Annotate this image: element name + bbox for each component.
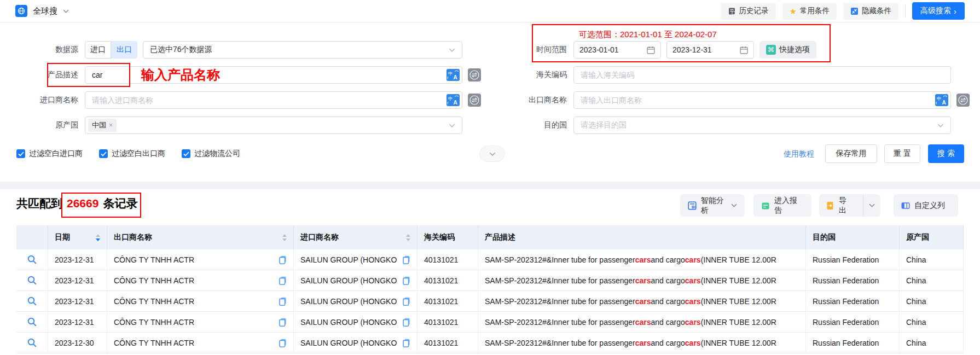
exporter-name: CÔNG TY TNHH ACTR (114, 318, 194, 327)
export-toggle[interactable]: 出口 (111, 41, 137, 59)
translate-icon[interactable]: 中A (446, 94, 460, 106)
copy-icon[interactable] (403, 297, 410, 306)
page: 全球搜 历史记录 ★ 常用条件 隐藏条件 (0, 0, 980, 355)
importer-row: 进口商名称 中A (0, 91, 481, 109)
desc-text: (INNER TUBE 12.00R (701, 339, 776, 347)
importer-input[interactable] (85, 91, 462, 109)
dest-country-placeholder: 请选择目的国 (581, 120, 627, 130)
start-date-input[interactable]: 2023-01-01 (573, 41, 661, 59)
importer-name: SAILUN GROUP (HONGKO (300, 339, 397, 347)
history-button[interactable]: 历史记录 (721, 3, 776, 20)
desc-text: SAM-SP-202312#&Inner tube for passenger (485, 318, 635, 327)
table-row: 2023-12-30 CÔNG TY TNHH ACTR SAILUN GROU… (16, 333, 964, 353)
ai-analysis-label: 智能分析 (701, 196, 727, 216)
product-desc-cell: SAM-SP-202312#&Inner tube for passenger … (478, 312, 806, 332)
chevron-down-icon[interactable] (63, 9, 69, 13)
chevron-down-icon (937, 124, 944, 127)
desc-text: and cargo (651, 255, 685, 264)
hs-code-cell: 40131021 (417, 312, 478, 332)
save-conditions-button[interactable]: 保存常用 (825, 144, 877, 163)
copy-icon[interactable] (403, 255, 410, 264)
desc-text: SAM-SP-202312#&Inner tube for passenger (485, 297, 635, 306)
arrow-right-icon: › (954, 7, 956, 16)
copy-icon[interactable] (279, 276, 287, 285)
header-destination: 目的国 (806, 225, 900, 249)
exporter-name: CÔNG TY TNHH ACTR (114, 339, 194, 347)
product-desc-cell: SAM-SP-202312#&Inner tube for passenger … (478, 291, 806, 311)
keyword-highlight: cars (635, 297, 651, 306)
collapse-form-button[interactable] (479, 146, 505, 162)
quick-options-button[interactable]: ⌘ 快捷选项 (759, 41, 816, 59)
close-icon[interactable]: × (109, 121, 113, 129)
origin-cell: China (900, 312, 964, 332)
translate-icon[interactable]: 中A (935, 94, 948, 106)
copy-icon[interactable] (403, 318, 410, 327)
row-detail-cell (16, 291, 48, 311)
copy-icon[interactable] (279, 297, 287, 306)
copy-icon[interactable] (403, 276, 410, 285)
search-button[interactable]: 搜 索 (928, 144, 964, 163)
time-range-label: 时间范围 (492, 45, 573, 55)
magnifier-icon[interactable] (27, 317, 37, 327)
enter-report-button[interactable]: 进入报告 (753, 194, 811, 217)
import-toggle[interactable]: 进口 (85, 41, 111, 59)
keyword-highlight: cars (635, 339, 651, 347)
sort-icon[interactable] (278, 234, 287, 241)
copy-icon[interactable] (279, 255, 287, 264)
header-importer[interactable]: 进口商名称 (294, 225, 417, 249)
sort-icon[interactable] (91, 234, 100, 241)
copy-icon[interactable] (279, 339, 287, 347)
export-button-group: 导出 (819, 194, 880, 217)
copy-icon[interactable] (403, 339, 410, 347)
magnifier-icon[interactable] (27, 337, 37, 348)
hs-code-input[interactable] (573, 66, 951, 84)
filter-logistics-checkbox[interactable]: 过滤物流公司 (182, 149, 240, 159)
date-cell: 2023-12-31 (48, 291, 107, 311)
magnifier-icon[interactable] (27, 275, 37, 286)
filter-blank-exporter-checkbox[interactable]: 过滤空白出口商 (99, 149, 165, 159)
header-label: 出口商名称 (114, 232, 152, 242)
magnifier-icon[interactable] (27, 296, 37, 306)
exchange-icon[interactable] (956, 94, 970, 107)
desc-text: and cargo (651, 318, 685, 327)
hide-conditions-button[interactable]: 隐藏条件 (843, 3, 898, 20)
date-cell: 2023-12-31 (48, 312, 107, 332)
export-dropdown-button[interactable] (863, 194, 880, 217)
product-desc-cell: SAM-SP-202312#&Inner tube for passenger … (478, 270, 806, 290)
sort-icon[interactable] (402, 234, 410, 241)
ai-analysis-button[interactable]: BI 智能分析 (680, 194, 745, 217)
time-range-row: 时间范围 2023-01-01 2023-12-31 ⌘ 快捷选项 (492, 40, 816, 59)
origin-country-row: 原产国 中国 × (0, 116, 462, 135)
dest-country-select[interactable]: 请选择目的国 (573, 117, 951, 134)
origin-cell: China (900, 291, 964, 311)
advanced-search-button[interactable]: 高级搜索 › (912, 2, 965, 20)
svg-text:A: A (454, 74, 457, 80)
export-button[interactable]: 导出 (819, 194, 859, 217)
end-date-input[interactable]: 2023-12-31 (666, 41, 754, 59)
custom-columns-button[interactable]: 自定义列 (894, 194, 958, 217)
svg-text:A: A (942, 100, 946, 106)
hs-code-cell: 40131021 (417, 249, 478, 270)
origin-country-select[interactable]: 中国 × (85, 117, 462, 134)
hs-code-label: 海关编码 (492, 70, 573, 80)
favorites-button[interactable]: ★ 常用条件 (782, 3, 837, 20)
exporter-name: CÔNG TY TNHH ACTR (114, 255, 194, 264)
header-exporter[interactable]: 出口商名称 (107, 225, 294, 249)
tutorial-link[interactable]: 使用教程 (784, 149, 814, 159)
exchange-icon[interactable] (468, 94, 481, 107)
importer-label: 进口商名称 (0, 95, 85, 105)
exchange-icon[interactable] (468, 68, 481, 82)
product-desc-cell: SAM-SP-202312#&Inner tube for passenger … (478, 249, 806, 270)
filter-blank-importer-checkbox[interactable]: 过滤空白进口商 (16, 149, 83, 159)
end-date-value: 2023-12-31 (672, 45, 712, 54)
exporter-input[interactable] (573, 91, 951, 109)
reset-button[interactable]: 重 置 (884, 144, 920, 163)
translate-icon[interactable]: 中A (446, 69, 460, 81)
magnifier-icon[interactable] (27, 254, 37, 265)
origin-cell: China (900, 270, 964, 290)
copy-icon[interactable] (279, 318, 287, 327)
data-source-select[interactable]: 已选中76个数据源 (143, 41, 462, 59)
header-date[interactable]: 日期 (48, 225, 107, 249)
header-product-desc: 产品描述 (478, 225, 806, 249)
app-switcher[interactable]: 全球搜 (15, 5, 69, 17)
